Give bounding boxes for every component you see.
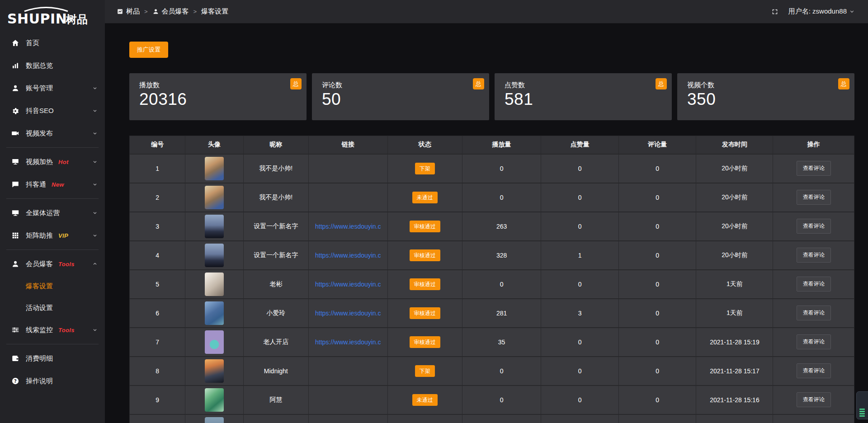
cell-link: https://www.iesdouyin.c: [308, 241, 387, 270]
column-header-链接: 链接: [308, 136, 387, 154]
table-row: 8Midnight下架0002021-11-28 15:17查看评论: [130, 357, 854, 385]
avatar: [205, 273, 224, 296]
status-badge: 审核通过: [410, 336, 440, 348]
sidebar-item-视频加热[interactable]: 视频加热Hot: [0, 150, 105, 173]
sidebar-item-矩阵助推[interactable]: 矩阵助推VIP: [0, 224, 105, 247]
breadcrumb-item-member[interactable]: 会员爆客: [152, 7, 189, 16]
sidebar-subitem-爆客设置[interactable]: 爆客设置: [0, 275, 105, 297]
cell-link: [308, 183, 387, 212]
cell-comments: 0: [618, 385, 696, 414]
promo-settings-button[interactable]: 推广设置: [129, 42, 168, 58]
brand-logo: SHUPIN 树品: [0, 0, 105, 28]
stat-card-value: 350: [687, 90, 844, 109]
cell-id: [130, 414, 185, 423]
cell-nickname: 我不是小帅!: [243, 154, 308, 183]
cell-status: 未通过: [387, 183, 462, 212]
cell-action: 查看评论: [773, 385, 854, 414]
view-comments-button[interactable]: 查看评论: [797, 363, 831, 378]
cell-comments: 0: [618, 212, 696, 241]
video-link[interactable]: https://www.iesdouyin.c: [311, 310, 386, 317]
cell-likes: 0: [541, 357, 619, 385]
sidebar-item-消费明细[interactable]: 消费明细: [0, 347, 105, 370]
widget-stripe: [859, 411, 865, 412]
cell-likes: 0: [541, 154, 619, 183]
breadcrumb-separator: >: [144, 8, 148, 15]
cell-link: https://www.iesdouyin.c: [308, 328, 387, 357]
topbar: 树品 > 会员爆客 > 爆客设置 用户名: zswodun88: [105, 0, 868, 24]
cell-comments: 0: [618, 357, 696, 385]
table-row: [130, 414, 854, 423]
sidebar-item-label: 账号管理: [26, 84, 53, 93]
status-badge: 下架: [415, 163, 435, 174]
stat-card-value: 20316: [139, 90, 297, 109]
cell-likes: 0: [541, 328, 619, 357]
column-header-评论量: 评论量: [618, 136, 696, 154]
fullscreen-icon[interactable]: [771, 8, 778, 15]
sidebar-item-首页[interactable]: 首页: [0, 32, 105, 54]
cell-comments: 0: [618, 270, 696, 299]
cell-plays: 0: [462, 183, 541, 212]
cell-time: 2021-11-28 15:17: [696, 357, 773, 385]
brand-logo-en: SHUPIN: [7, 11, 67, 26]
user-icon: [11, 260, 19, 268]
avatar: [205, 157, 224, 180]
sidebar-item-label: 抖客通: [26, 180, 46, 189]
view-comments-button[interactable]: 查看评论: [797, 392, 831, 407]
sidebar-item-账号管理[interactable]: 账号管理: [0, 77, 105, 99]
view-comments-button[interactable]: 查看评论: [797, 306, 831, 320]
video-link[interactable]: https://www.iesdouyin.c: [311, 338, 386, 346]
cell-status: 下架: [387, 154, 462, 183]
cell-plays: 0: [462, 357, 541, 385]
cell-likes: [541, 414, 619, 423]
cell-nickname: 老彬: [243, 270, 308, 299]
chat-icon: [11, 180, 19, 189]
cell-id: 8: [130, 357, 185, 385]
video-link[interactable]: https://www.iesdouyin.c: [311, 252, 386, 259]
cell-status: 下架: [387, 357, 462, 385]
view-comments-button[interactable]: 查看评论: [797, 277, 831, 291]
sidebar-item-操作说明[interactable]: ?操作说明: [0, 370, 105, 392]
cell-link: [308, 385, 387, 414]
sidebar-item-抖客通[interactable]: 抖客通New: [0, 173, 105, 196]
panel-icon: [117, 8, 123, 15]
table-row: 6小爱玲https://www.iesdouyin.c审核通过281301天前查…: [130, 299, 854, 328]
sidebar-item-全媒体运营[interactable]: 全媒体运营: [0, 202, 105, 224]
stat-card-value: 581: [505, 90, 662, 109]
view-comments-button[interactable]: 查看评论: [797, 161, 831, 176]
view-comments-button[interactable]: 查看评论: [797, 219, 831, 234]
cell-id: 9: [130, 385, 185, 414]
cell-action: 查看评论: [773, 212, 854, 241]
sidebar-divider: [6, 344, 99, 344]
sidebar-divider: [6, 249, 99, 250]
cell-nickname: Midnight: [243, 357, 308, 385]
cell-status: 审核通过: [387, 328, 462, 357]
cell-plays: 328: [462, 241, 541, 270]
cell-avatar: [185, 299, 243, 328]
sidebar-item-数据总览[interactable]: 数据总览: [0, 54, 105, 77]
video-link[interactable]: https://www.iesdouyin.c: [311, 281, 386, 288]
status-badge: 未通过: [412, 192, 438, 203]
sidebar-item-视频发布[interactable]: 视频发布: [0, 122, 105, 145]
cell-link: [308, 154, 387, 183]
grid-icon: [11, 231, 19, 240]
video-link[interactable]: https://www.iesdouyin.c: [311, 223, 386, 230]
sidebar-item-线索监控[interactable]: 线索监控Tools: [0, 319, 105, 341]
sidebar-item-抖音SEO[interactable]: 抖音SEO: [0, 99, 105, 122]
brand-logo-cn: 树品: [66, 13, 88, 26]
table-row: 4设置一个新名字https://www.iesdouyin.c审核通过32810…: [130, 241, 854, 270]
table-body: 1我不是小帅!下架00020小时前查看评论2我不是小帅!未通过00020小时前查…: [130, 154, 854, 423]
sidebar-item-会员爆客[interactable]: 会员爆客Tools: [0, 253, 105, 275]
floating-helper-widget[interactable]: [856, 391, 868, 419]
view-comments-button[interactable]: 查看评论: [797, 248, 831, 263]
sidebar-subitem-活动设置[interactable]: 活动设置: [0, 297, 105, 319]
table-row: 5老彬https://www.iesdouyin.c审核通过0001天前查看评论: [130, 270, 854, 299]
user-menu[interactable]: 用户名: zswodun88: [788, 7, 854, 16]
view-comments-button[interactable]: 查看评论: [797, 334, 831, 349]
question-icon: ?: [11, 377, 19, 385]
view-comments-button[interactable]: 查看评论: [797, 190, 831, 205]
cell-id: 7: [130, 328, 185, 357]
sidebar-item-label: 视频加热: [26, 158, 53, 166]
breadcrumb-item-home[interactable]: 树品: [117, 7, 140, 16]
stat-card-value: 50: [322, 90, 479, 109]
sidebar-item-tag: New: [52, 181, 64, 188]
